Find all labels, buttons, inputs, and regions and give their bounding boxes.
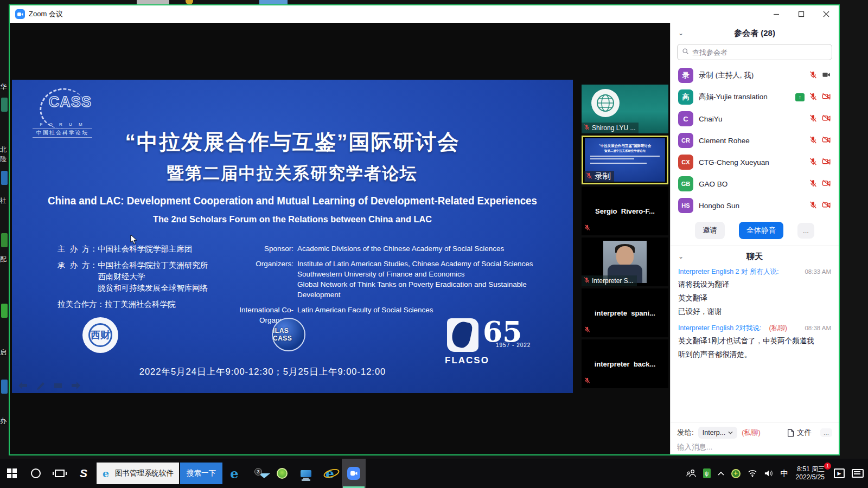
- chat-input[interactable]: [677, 443, 832, 451]
- video-name-label: Shirong LYU ...: [582, 123, 639, 133]
- participant-row[interactable]: CX CTG-Cheng Xueyuan: [671, 151, 839, 173]
- ime-indicator[interactable]: 中: [781, 468, 789, 479]
- video-tile-interprete-spanish[interactable]: interprete spani...: [582, 288, 668, 337]
- chat-sender: Interpreter English 2对我说:: [678, 324, 762, 333]
- browser-360-button[interactable]: [270, 459, 294, 488]
- participants-actions: 邀请 全体静音 ...: [671, 216, 839, 246]
- participant-row[interactable]: C ChaiYu: [671, 108, 839, 130]
- chevron-down-icon[interactable]: ⌄: [678, 29, 684, 37]
- camera-off-icon[interactable]: [822, 114, 831, 124]
- slide-subtitle-cn: 暨第二届中拉关系研究学者论坛: [12, 162, 573, 185]
- media-overlay-icon[interactable]: ▶: [834, 468, 845, 478]
- mute-all-button[interactable]: 全体静音: [739, 222, 783, 239]
- desktop-icon-fragment[interactable]: [1, 98, 8, 112]
- participant-search[interactable]: [677, 44, 832, 60]
- prev-arrow-icon[interactable]: [17, 381, 28, 390]
- background-window-fragment: [137, 0, 169, 4]
- desktop-icon-fragment[interactable]: [1, 304, 8, 318]
- participant-row[interactable]: GB GAO BO: [671, 173, 839, 195]
- windows-logo-icon: [7, 468, 17, 478]
- invite-button[interactable]: 邀请: [695, 222, 725, 239]
- participants-header: ⌄ 参会者 (28): [671, 23, 839, 42]
- task-view-button[interactable]: [48, 459, 72, 488]
- desktop-icon-fragment[interactable]: 启: [0, 348, 8, 357]
- desktop-icon-fragment[interactable]: [1, 233, 8, 247]
- cortana-button[interactable]: [24, 459, 48, 488]
- presentation-slide: CASS F O R U M 中国社会科学论坛 “中拉发展合作与互鉴”国际研讨会…: [12, 80, 573, 393]
- mail-button[interactable]: 3: [246, 459, 270, 488]
- participant-row[interactable]: 高 高娟-Yujie translation ↑: [671, 86, 839, 108]
- taskbar-search-box[interactable]: e 图书管理系统软件: [97, 463, 179, 484]
- edge-button[interactable]: e: [222, 459, 246, 488]
- camera-icon[interactable]: [822, 70, 831, 80]
- camera-off-icon[interactable]: [822, 136, 831, 145]
- mic-muted-icon[interactable]: [809, 201, 818, 211]
- file-button[interactable]: 文件: [787, 428, 812, 438]
- antivirus-icon[interactable]: +: [731, 469, 741, 478]
- participant-logo-icon: [591, 89, 620, 117]
- video-tile-interpreter-s[interactable]: Interpreter S...: [582, 237, 668, 286]
- rectangle-icon[interactable]: [53, 381, 63, 390]
- video-tile-recording-self[interactable]: “中拉发展合作与互鉴”国际研讨会 暨第二届中拉关系研究学者论坛 录制: [582, 136, 668, 184]
- mic-muted-icon[interactable]: [809, 92, 818, 102]
- zoom-app-icon: [15, 9, 25, 19]
- pen-icon[interactable]: [36, 381, 46, 390]
- taskbar-search-text[interactable]: 图书管理系统软件: [115, 468, 179, 478]
- more-button[interactable]: ...: [797, 223, 814, 239]
- people-icon[interactable]: [686, 469, 696, 478]
- window-titlebar[interactable]: Zoom 会议: [10, 5, 839, 23]
- next-arrow-icon[interactable]: [71, 381, 81, 390]
- camera-off-icon[interactable]: [822, 157, 831, 167]
- zoom-taskbar-button[interactable]: [342, 459, 366, 488]
- taskbar-clock[interactable]: 1 8:51 周三 2022/5/25: [796, 465, 827, 481]
- desktop-icon-fragment[interactable]: 配: [0, 255, 8, 264]
- participant-row[interactable]: HS Hongbo Sun: [671, 195, 839, 216]
- send-to-label: 发给:: [677, 428, 694, 438]
- mic-muted-icon[interactable]: [809, 70, 818, 81]
- mic-muted-icon[interactable]: [809, 114, 818, 124]
- mic-muted-icon[interactable]: [809, 136, 818, 146]
- participant-search-input[interactable]: [692, 48, 827, 56]
- task-view-icon: [55, 470, 65, 477]
- video-tile-shirong-lyu[interactable]: Shirong LYU ...: [582, 85, 668, 133]
- chat-title: 聊天: [677, 252, 832, 262]
- taskbar-search-button[interactable]: 搜索一下: [180, 463, 222, 484]
- desktop-icon-fragment[interactable]: 华: [0, 82, 8, 92]
- speaker-icon[interactable]: [764, 470, 774, 477]
- mic-muted-icon[interactable]: [809, 179, 818, 189]
- desktop-icon-fragment[interactable]: 社: [0, 196, 8, 206]
- internet-explorer-icon: e: [326, 466, 334, 481]
- touch-keyboard-icon[interactable]: [852, 469, 864, 478]
- recipient-dropdown[interactable]: Interp...: [698, 427, 737, 439]
- usb-device-icon[interactable]: ψ: [703, 468, 711, 478]
- sogou-input-button[interactable]: S: [72, 459, 95, 488]
- shared-screen-stage: CASS F O R U M 中国社会科学论坛 “中拉发展合作与互鉴”国际研讨会…: [10, 23, 670, 454]
- chat-more-button[interactable]: ...: [820, 428, 832, 437]
- zoom-meeting-window: Zoom 会议 CASS F O R U M 中国社会科学论坛 “中拉发展合作: [9, 4, 840, 455]
- desktop-icon-fragment[interactable]: 办: [0, 416, 8, 426]
- minimize-button[interactable]: [764, 5, 789, 23]
- participant-row[interactable]: CR Clement Rohee: [671, 130, 839, 151]
- chat-message-list[interactable]: Interpreter English 2 对 所有人说: 08:33 AM 请…: [671, 265, 839, 422]
- my-computer-button[interactable]: [294, 459, 318, 488]
- participant-row[interactable]: 录 录制 (主持人, 我): [671, 65, 839, 86]
- video-tile-sergio[interactable]: Sergio Rivero-F...: [582, 187, 668, 235]
- camera-off-icon[interactable]: [822, 92, 831, 102]
- chevron-down-icon[interactable]: ⌄: [678, 253, 684, 260]
- mic-muted-icon[interactable]: [809, 157, 818, 168]
- camera-off-icon[interactable]: [822, 201, 831, 210]
- ie-icon: e: [97, 467, 115, 479]
- maximize-button[interactable]: [789, 5, 814, 23]
- close-button[interactable]: [814, 5, 839, 23]
- video-thumbnail-strip: Shirong LYU ... “中拉发展合作与互鉴”国际研讨会 暨第二届中拉关…: [582, 85, 668, 390]
- hidden-icons-chevron[interactable]: [718, 471, 724, 476]
- video-tile-interpreter-backup[interactable]: interpreter back...: [582, 339, 668, 388]
- desktop-icon-fragment[interactable]: 北: [0, 145, 8, 155]
- start-button[interactable]: [0, 459, 24, 488]
- internet-explorer-button[interactable]: e: [318, 459, 342, 488]
- desktop-icon-fragment[interactable]: [1, 171, 8, 185]
- desktop-icon-fragment[interactable]: 险: [0, 155, 8, 164]
- wifi-icon[interactable]: [748, 470, 757, 477]
- camera-off-icon[interactable]: [822, 179, 831, 189]
- desktop-icon-fragment[interactable]: [1, 380, 8, 394]
